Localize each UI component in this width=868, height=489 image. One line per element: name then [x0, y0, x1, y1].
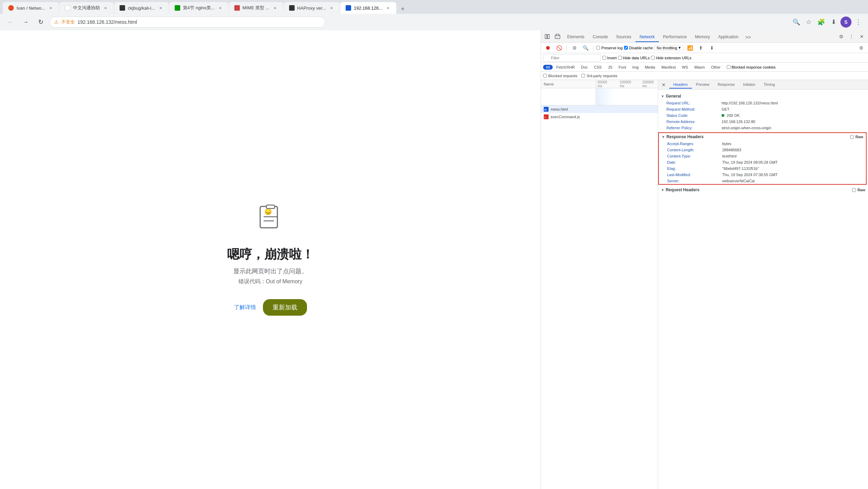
- detail-tab-headers[interactable]: Headers: [669, 81, 692, 89]
- type-filter-ws[interactable]: WS: [679, 65, 691, 70]
- response-headers-section-header[interactable]: ▼ Response Headers Raw: [659, 133, 866, 141]
- devtools-undock-button[interactable]: [542, 32, 552, 41]
- tab-sources[interactable]: Sources: [612, 32, 635, 42]
- tab-6-close[interactable]: ✕: [329, 5, 334, 11]
- type-filter-fetch-xhr[interactable]: Fetch/XHR: [553, 65, 578, 70]
- forward-button[interactable]: →: [19, 16, 32, 28]
- devtools-more-button[interactable]: ⋮: [847, 32, 856, 41]
- blocked-requests-bar: Blocked requests 3rd-party requests: [541, 72, 868, 80]
- network-filter-toggle[interactable]: ⚙: [570, 43, 579, 53]
- hide-extension-urls-label[interactable]: Hide extension URLs: [651, 56, 691, 60]
- new-tab-button[interactable]: +: [398, 4, 408, 14]
- export-har-button[interactable]: ⬇: [707, 43, 717, 53]
- detail-tab-timing[interactable]: Timing: [759, 81, 779, 89]
- request-headers-section-header[interactable]: ▼ Request Headers Raw: [658, 186, 868, 194]
- raw-checkbox-label[interactable]: Raw: [850, 135, 863, 139]
- tab-6[interactable]: HAProxy ver... ✕: [284, 2, 340, 14]
- preserve-log-checkbox[interactable]: [596, 46, 600, 50]
- raw-checkbox[interactable]: [850, 135, 854, 139]
- tab-5-close[interactable]: ✕: [272, 5, 278, 11]
- network-search-button[interactable]: 🔍: [581, 43, 590, 53]
- tab-4-close[interactable]: ✕: [217, 5, 223, 11]
- request-list: H mess.html ! execCommand.js: [541, 105, 658, 489]
- type-filter-css[interactable]: CSS: [591, 65, 605, 70]
- tab-network[interactable]: Network: [635, 32, 659, 42]
- search-page-button[interactable]: 🔍: [791, 17, 802, 28]
- tab-5[interactable]: MIME 类型 ... ✕: [229, 2, 283, 14]
- request-method-label: Request Method:: [666, 107, 722, 111]
- remote-address-row: Remote Address: 192.168.126.132:80: [658, 119, 868, 125]
- devtools-close-button[interactable]: ✕: [857, 32, 867, 41]
- type-filter-all[interactable]: All: [543, 65, 553, 70]
- tab-2[interactable]: 中文沟通协助 ✕: [59, 2, 114, 14]
- menu-button[interactable]: ⋮: [853, 17, 864, 28]
- more-tabs-button[interactable]: >>: [743, 32, 754, 42]
- tab-7-close[interactable]: ✕: [385, 5, 391, 11]
- reload-page-button[interactable]: 重新加载: [263, 299, 307, 316]
- tab-1-close[interactable]: ✕: [48, 5, 53, 11]
- type-filter-doc[interactable]: Doc: [578, 65, 591, 70]
- tab-7[interactable]: 192.168.126... ✕: [340, 2, 396, 14]
- type-filter-media[interactable]: Media: [642, 65, 658, 70]
- detail-tab-preview[interactable]: Preview: [692, 81, 714, 89]
- filter-input[interactable]: [543, 54, 601, 62]
- third-party-checkbox[interactable]: [581, 74, 585, 78]
- blocked-requests-checkbox[interactable]: [543, 74, 547, 78]
- req-raw-checkbox[interactable]: [852, 188, 856, 192]
- type-filter-manifest[interactable]: Manifest: [658, 65, 678, 70]
- blocked-requests-label[interactable]: Blocked requests: [543, 74, 577, 78]
- throttling-select[interactable]: No throttling ▼: [654, 45, 684, 51]
- address-toolbar: ← → ↻ ⚠ 不安全 192.168.126.132/mess.html 🔍 …: [0, 14, 868, 30]
- learn-more-link[interactable]: 了解详情: [234, 304, 256, 311]
- tab-6-label: HAProxy ver...: [297, 6, 326, 11]
- devtools-settings-button[interactable]: ⚙: [836, 32, 846, 41]
- request-row-exec-command[interactable]: ! execCommand.js: [541, 113, 658, 121]
- bookmark-button[interactable]: ☆: [803, 17, 814, 28]
- tab-3-close[interactable]: ✕: [158, 5, 163, 11]
- tab-elements[interactable]: Elements: [563, 32, 589, 42]
- type-filter-wasm[interactable]: Wasm: [692, 65, 708, 70]
- detail-close-button[interactable]: ✕: [660, 81, 668, 89]
- general-section-header[interactable]: ▼ General: [658, 92, 868, 100]
- disable-cache-label[interactable]: Disable cache: [624, 46, 653, 50]
- tab-3[interactable]: ckjbug/kali-l... ✕: [114, 2, 169, 14]
- hide-data-urls-label[interactable]: Hide data URLs: [618, 56, 650, 60]
- invert-checkbox[interactable]: [602, 56, 606, 60]
- network-clear-button[interactable]: 🚫: [554, 43, 564, 53]
- download-button[interactable]: ⬇: [828, 17, 839, 28]
- import-har-button[interactable]: ⬆: [696, 43, 706, 53]
- type-filter-js[interactable]: JS: [605, 65, 615, 70]
- profile-button[interactable]: S: [840, 17, 851, 28]
- type-filter-other[interactable]: Other: [708, 65, 723, 70]
- hide-data-urls-checkbox[interactable]: [618, 56, 622, 60]
- tab-performance[interactable]: Performance: [659, 32, 691, 42]
- address-bar[interactable]: ⚠ 不安全 192.168.126.132/mess.html: [50, 17, 325, 28]
- invert-label[interactable]: Invert: [602, 56, 617, 60]
- blocked-cookies-label[interactable]: Blocked response cookies: [727, 65, 776, 69]
- preserve-log-label[interactable]: Preserve log: [596, 46, 623, 50]
- tab-1[interactable]: Ivan / Netwo... ✕: [3, 2, 59, 14]
- network-record-button[interactable]: ⏺: [543, 43, 553, 53]
- tab-4[interactable]: 第4节 nginx类... ✕: [169, 2, 228, 14]
- tab-application[interactable]: Application: [714, 32, 743, 42]
- extensions-button[interactable]: 🧩: [816, 17, 827, 28]
- blocked-cookies-checkbox[interactable]: [727, 65, 731, 69]
- request-row-mess-html[interactable]: H mess.html: [541, 105, 658, 113]
- type-filter-img[interactable]: Img: [630, 65, 641, 70]
- disable-cache-checkbox[interactable]: [624, 46, 628, 50]
- type-filter-font[interactable]: Font: [616, 65, 629, 70]
- detail-panel: ✕ Headers Preview Response Initiator Tim…: [658, 80, 868, 489]
- tab-2-close[interactable]: ✕: [103, 5, 108, 11]
- network-conditions-button[interactable]: 📶: [685, 43, 695, 53]
- hide-extension-urls-checkbox[interactable]: [651, 56, 655, 60]
- devtools-separate-button[interactable]: [553, 32, 562, 41]
- network-settings-button[interactable]: ⚙: [856, 43, 866, 53]
- req-raw-checkbox-label[interactable]: Raw: [852, 188, 865, 192]
- third-party-label[interactable]: 3rd-party requests: [581, 74, 617, 78]
- reload-button[interactable]: ↻: [34, 16, 47, 28]
- back-button[interactable]: ←: [4, 16, 17, 28]
- detail-tab-initiator[interactable]: Initiator: [739, 81, 759, 89]
- tab-memory[interactable]: Memory: [691, 32, 714, 42]
- tab-console[interactable]: Console: [589, 32, 612, 42]
- detail-tab-response[interactable]: Response: [714, 81, 739, 89]
